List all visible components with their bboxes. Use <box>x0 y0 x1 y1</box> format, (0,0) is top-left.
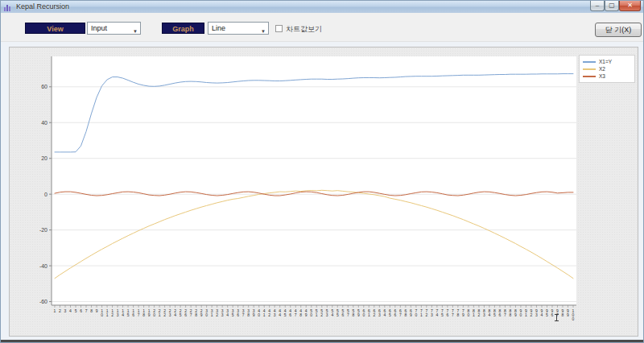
x-tick-label: 49 <box>305 308 308 317</box>
x-tick-label: 23 <box>169 308 171 317</box>
x-tick-label: 51 <box>316 308 318 317</box>
x-tick-label: 88 <box>510 308 512 317</box>
x-tick-label: 62 <box>373 308 375 317</box>
x-tick-label: 15 <box>127 308 130 317</box>
legend-line-swatch <box>583 61 596 63</box>
x-tick-label: 1 <box>54 308 56 313</box>
y-tick-label: -40 <box>39 263 47 269</box>
x-tick-label: 58 <box>352 308 354 317</box>
window-title: Kepal Recursion <box>16 1 69 13</box>
input-combobox[interactable]: Input ▼ <box>87 22 141 35</box>
chevron-down-icon: ▼ <box>133 26 138 37</box>
graph-button[interactable]: Graph <box>162 23 204 34</box>
x-tick-label: 78 <box>456 308 459 317</box>
maximize-button[interactable]: ▢ <box>605 1 619 11</box>
y-tick-label: 40 <box>41 120 47 126</box>
chevron-down-icon: ▼ <box>261 26 266 37</box>
x-tick-label: 95 <box>546 308 548 317</box>
ibeam-cursor-icon <box>555 314 559 321</box>
x-tick-label: 25 <box>180 308 182 317</box>
y-tick-label: 0 <box>44 192 47 197</box>
x-tick-label: 19 <box>148 308 151 317</box>
x-tick-label: 50 <box>310 308 312 317</box>
x-tick-label: 12 <box>111 308 114 317</box>
toolbar: View Input ▼ Graph Line ▼ 차트값보기 닫 기(X) <box>1 13 643 42</box>
x-tick-label: 56 <box>341 308 344 317</box>
close-window-button[interactable]: ✕ <box>619 1 641 11</box>
legend-label: X3 <box>599 73 605 79</box>
chart-values-checkbox[interactable] <box>275 25 283 32</box>
x-tick-label: 48 <box>299 308 302 317</box>
x-tick-label: 75 <box>441 308 444 317</box>
x-tick-label: 84 <box>489 308 491 317</box>
y-tick-label: 20 <box>41 155 47 161</box>
x-tick-label: 89 <box>514 308 517 317</box>
x-tick-label: 17 <box>138 308 140 317</box>
view-button[interactable]: View <box>25 23 85 34</box>
x-tick-label: 32 <box>216 308 218 317</box>
window-bottom-edge <box>1 340 643 342</box>
x-tick-label: 41 <box>263 308 266 317</box>
x-tick-label: 83 <box>483 308 485 317</box>
x-tick-label: 22 <box>163 308 166 317</box>
x-tick-label: 91 <box>525 308 527 317</box>
chart-values-checkbox-label[interactable]: 차트값보기 <box>286 24 322 35</box>
x-tick-label: 81 <box>473 308 475 317</box>
close-dialog-button[interactable]: 닫 기(X) <box>595 23 642 37</box>
x-tick-label: 92 <box>530 308 533 317</box>
legend-label: X2 <box>599 66 605 72</box>
x-tick-label: 10 <box>101 308 103 317</box>
x-tick-label: 99 <box>567 308 569 317</box>
x-tick-label: 11 <box>106 308 109 317</box>
x-tick-label: 36 <box>237 308 239 317</box>
x-tick-label: 13 <box>117 308 119 317</box>
x-tick-label: 42 <box>268 308 270 317</box>
x-tick-label: 93 <box>535 308 538 317</box>
x-tick-label: 70 <box>415 308 417 317</box>
x-tick-label: 47 <box>295 308 297 317</box>
x-tick-label: 65 <box>389 308 391 317</box>
x-tick-label: 3 <box>64 308 67 313</box>
bar-chart-icon <box>4 3 13 11</box>
legend-line-swatch <box>583 68 596 70</box>
x-tick-label: 85 <box>493 308 496 317</box>
x-tick-label: 33 <box>221 308 224 317</box>
x-tick-label: 87 <box>504 308 506 317</box>
x-tick-label: 53 <box>326 308 328 317</box>
y-tick-label: -20 <box>39 227 47 233</box>
legend-item: X2 <box>583 65 631 72</box>
legend-line-swatch <box>583 76 596 77</box>
chart-panel: -60-40-200204060123456789101112131415161… <box>9 47 638 337</box>
x-tick-label: 74 <box>436 308 438 317</box>
x-tick-label: 5 <box>75 308 77 313</box>
x-tick-label: 16 <box>132 308 134 317</box>
plot-area <box>52 56 576 305</box>
x-tick-label: 52 <box>320 308 323 317</box>
window-controls: – ▢ ✕ <box>590 1 641 11</box>
x-tick-label: 67 <box>399 308 402 317</box>
x-tick-label: 90 <box>520 308 522 317</box>
x-tick-label: 18 <box>142 308 145 317</box>
x-tick-label: 72 <box>425 308 427 317</box>
x-tick-label: 35 <box>232 308 234 317</box>
x-tick-label: 96 <box>551 308 554 317</box>
x-tick-label: 86 <box>499 308 502 317</box>
line-combobox[interactable]: Line ▼ <box>208 22 269 35</box>
chart-legend: X1=YX2X3 <box>579 55 635 83</box>
x-tick-label: 37 <box>242 308 245 317</box>
x-tick-label: 7 <box>85 308 88 313</box>
input-combobox-value: Input <box>91 24 107 32</box>
legend-item: X3 <box>583 72 631 80</box>
x-tick-label: 63 <box>378 308 381 317</box>
x-tick-label: 73 <box>431 308 433 317</box>
x-tick-label: 30 <box>205 308 208 317</box>
x-tick-label: 39 <box>253 308 255 317</box>
x-tick-label: 82 <box>478 308 481 317</box>
minimize-button[interactable]: – <box>590 1 605 11</box>
x-tick-label: 14 <box>122 308 124 317</box>
x-tick-label: 54 <box>331 308 333 317</box>
x-tick-label: 24 <box>174 308 176 317</box>
x-tick-label: 94 <box>541 308 543 317</box>
x-tick-label: 66 <box>394 308 396 317</box>
x-tick-label: 100 <box>572 308 575 321</box>
